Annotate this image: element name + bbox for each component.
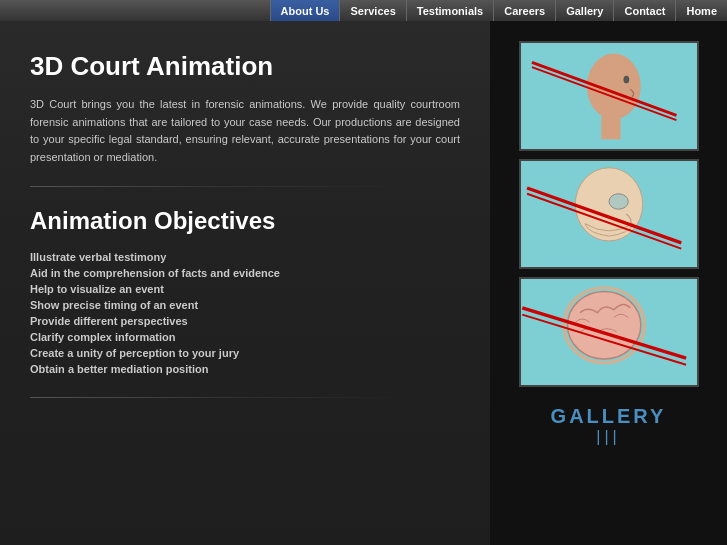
gallery-dots: |||	[551, 428, 667, 446]
nav-contact[interactable]: Contact	[613, 0, 675, 21]
gallery-thumb-1[interactable]	[519, 41, 699, 151]
divider-2	[30, 397, 410, 398]
main-title: 3D Court Animation	[30, 51, 460, 82]
nav-about-us[interactable]: About Us	[270, 0, 340, 21]
right-panel: GALLERY |||	[490, 21, 727, 545]
gallery-thumb-2[interactable]	[519, 159, 699, 269]
content-panel: 3D Court Animation 3D Court brings you t…	[0, 21, 490, 545]
main-description: 3D Court brings you the latest in forens…	[30, 96, 460, 166]
list-item: Clarify complex information	[30, 329, 460, 345]
objectives-list: Illustrate verbal testimony Aid in the c…	[30, 249, 460, 377]
list-item: Illustrate verbal testimony	[30, 249, 460, 265]
nav-testimonials[interactable]: Testimonials	[406, 0, 493, 21]
divider-1	[30, 186, 410, 187]
gallery-thumb-3[interactable]	[519, 277, 699, 387]
nav-home[interactable]: Home	[675, 0, 727, 21]
gallery-label[interactable]: GALLERY |||	[551, 399, 667, 446]
nav-gallery[interactable]: Gallery	[555, 0, 613, 21]
nav-careers[interactable]: Careers	[493, 0, 555, 21]
list-item: Show precise timing of an event	[30, 297, 460, 313]
svg-point-7	[575, 168, 642, 241]
list-item: Provide different perspectives	[30, 313, 460, 329]
list-item: Create a unity of perception to your jur…	[30, 345, 460, 361]
svg-point-3	[623, 76, 629, 84]
gallery-text: GALLERY	[551, 405, 667, 428]
list-item: Help to visualize an event	[30, 281, 460, 297]
objectives-title: Animation Objectives	[30, 207, 460, 235]
nav-services[interactable]: Services	[339, 0, 405, 21]
svg-point-8	[609, 194, 628, 209]
svg-rect-2	[601, 115, 620, 139]
list-item: Aid in the comprehension of facts and ev…	[30, 265, 460, 281]
navigation-bar: About Us Services Testimonials Careers G…	[0, 0, 727, 21]
list-item: Obtain a better mediation position	[30, 361, 460, 377]
